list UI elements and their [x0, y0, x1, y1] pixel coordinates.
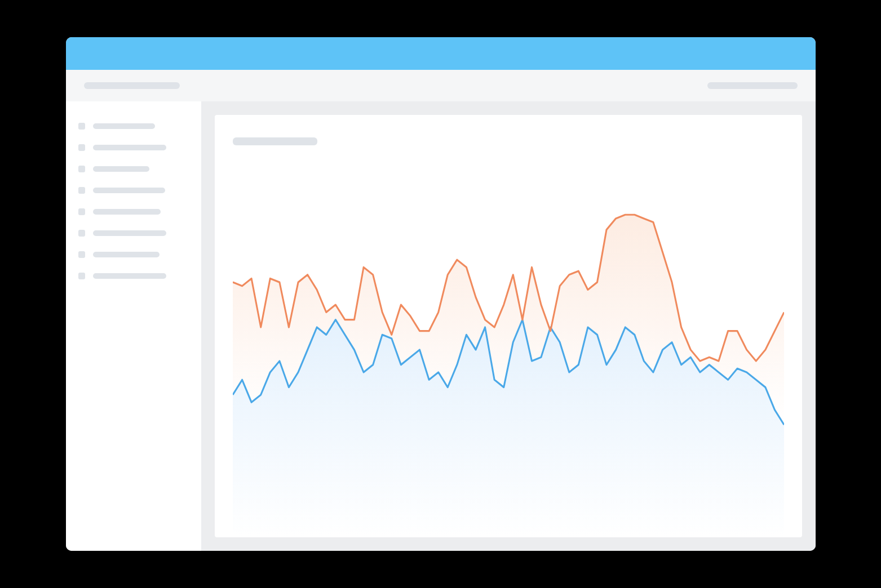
card-title-placeholder — [233, 137, 317, 145]
nav-label-placeholder — [93, 209, 161, 215]
sidebar-item-6[interactable] — [78, 251, 189, 258]
sidebar-item-5[interactable] — [78, 230, 189, 237]
nav-label-placeholder — [93, 188, 165, 193]
sidebar-item-0[interactable] — [78, 123, 189, 130]
content-area — [201, 101, 816, 551]
nav-label-placeholder — [93, 166, 149, 172]
chart-card — [215, 115, 802, 537]
nav-label-placeholder — [93, 273, 166, 279]
nav-icon — [78, 208, 85, 215]
area-chart — [233, 162, 784, 537]
nav-label-placeholder — [93, 252, 160, 257]
nav-icon — [78, 166, 85, 172]
app-body — [66, 101, 816, 551]
nav-label-placeholder — [93, 230, 166, 236]
toolbar — [66, 70, 816, 101]
toolbar-right-placeholder — [707, 82, 798, 89]
window-titlebar — [66, 37, 816, 70]
nav-icon — [78, 123, 85, 130]
toolbar-left-placeholder — [84, 82, 180, 89]
sidebar-item-3[interactable] — [78, 187, 189, 194]
nav-icon — [78, 251, 85, 258]
sidebar-item-2[interactable] — [78, 166, 189, 172]
nav-icon — [78, 187, 85, 194]
nav-icon — [78, 144, 85, 151]
sidebar-item-1[interactable] — [78, 144, 189, 151]
sidebar-item-7[interactable] — [78, 273, 189, 279]
nav-label-placeholder — [93, 145, 166, 150]
sidebar-item-4[interactable] — [78, 208, 189, 215]
chart-container — [233, 162, 784, 537]
app-window — [66, 37, 816, 551]
sidebar — [66, 101, 201, 551]
nav-icon — [78, 230, 85, 237]
nav-icon — [78, 273, 85, 279]
nav-label-placeholder — [93, 123, 155, 129]
